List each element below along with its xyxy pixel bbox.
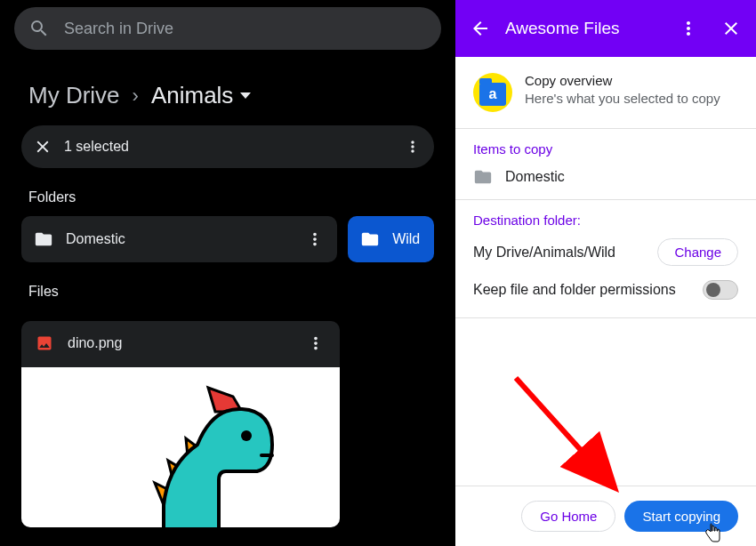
- items-section: Items to copy Domestic: [455, 129, 756, 200]
- folder-row: Domestic Wild: [0, 216, 455, 262]
- folder-icon: [34, 229, 53, 249]
- app-logo: a: [473, 73, 512, 112]
- panel-close-button[interactable]: [720, 18, 742, 39]
- overview-text: Copy overview Here's what you selected t…: [525, 73, 738, 112]
- clear-selection-button[interactable]: [32, 136, 53, 157]
- files-section-label: Files: [0, 262, 455, 310]
- file-name: dino.png: [68, 335, 292, 351]
- overview-title: Copy overview: [525, 73, 738, 88]
- folder-chip-domestic[interactable]: Domestic: [21, 216, 337, 262]
- svg-point-0: [241, 430, 252, 441]
- more-vert-icon: [404, 138, 422, 156]
- file-more-button[interactable]: [306, 333, 326, 353]
- side-panel: Awesome Files a Copy overview Here's wha…: [455, 0, 756, 546]
- breadcrumb-current[interactable]: Animals: [151, 82, 251, 109]
- panel-title: Awesome Files: [505, 19, 664, 38]
- search-placeholder: Search in Drive: [64, 20, 173, 38]
- item-name: Domestic: [505, 169, 565, 185]
- permissions-toggle[interactable]: [703, 280, 738, 300]
- image-icon: [36, 334, 53, 352]
- items-title: Items to copy: [473, 141, 738, 157]
- panel-footer: Go Home Start copying: [455, 486, 756, 546]
- breadcrumb-current-label: Animals: [151, 82, 233, 109]
- dino-illustration: [137, 381, 297, 527]
- folder-chip-wild[interactable]: Wild: [348, 216, 434, 262]
- permissions-row: Keep file and folder permissions: [473, 280, 738, 300]
- destination-path: My Drive/Animals/Wild: [473, 245, 615, 261]
- folder-icon: [360, 229, 380, 249]
- folder-name: Domestic: [66, 231, 293, 247]
- panel-header: Awesome Files: [455, 0, 756, 57]
- selection-count: 1 selected: [64, 139, 391, 155]
- breadcrumb-root[interactable]: My Drive: [28, 82, 120, 109]
- folder-more-button[interactable]: [305, 229, 325, 249]
- dropdown-caret-icon: [240, 92, 251, 99]
- chevron-right-icon: ›: [133, 84, 139, 108]
- file-card[interactable]: dino.png: [21, 321, 340, 527]
- permissions-label: Keep file and folder permissions: [473, 282, 676, 298]
- back-button[interactable]: [470, 18, 491, 39]
- selection-bar: 1 selected: [21, 125, 434, 168]
- folder-name: Wild: [392, 231, 422, 247]
- panel-more-button[interactable]: [678, 18, 699, 39]
- overview-section: a Copy overview Here's what you selected…: [455, 57, 756, 129]
- folders-section-label: Folders: [0, 168, 455, 216]
- drive-panel: Search in Drive My Drive › Animals 1 sel…: [0, 0, 455, 546]
- search-icon: [28, 18, 50, 39]
- file-header: dino.png: [21, 321, 340, 365]
- file-preview: [21, 367, 340, 527]
- close-icon: [33, 137, 52, 157]
- overview-subtitle: Here's what you selected to copy: [525, 90, 738, 108]
- destination-row: My Drive/Animals/Wild Change: [473, 238, 738, 266]
- change-button[interactable]: Change: [657, 238, 738, 266]
- breadcrumb: My Drive › Animals: [0, 57, 455, 125]
- destination-section: Destination folder: My Drive/Animals/Wil…: [455, 200, 756, 318]
- destination-title: Destination folder:: [473, 213, 738, 228]
- toggle-knob: [706, 283, 720, 297]
- folder-icon: [473, 167, 493, 187]
- go-home-button[interactable]: Go Home: [521, 501, 615, 532]
- item-row: Domestic: [473, 167, 738, 187]
- selection-more-button[interactable]: [402, 136, 423, 157]
- start-copying-button[interactable]: Start copying: [624, 501, 738, 532]
- search-bar[interactable]: Search in Drive: [14, 7, 441, 50]
